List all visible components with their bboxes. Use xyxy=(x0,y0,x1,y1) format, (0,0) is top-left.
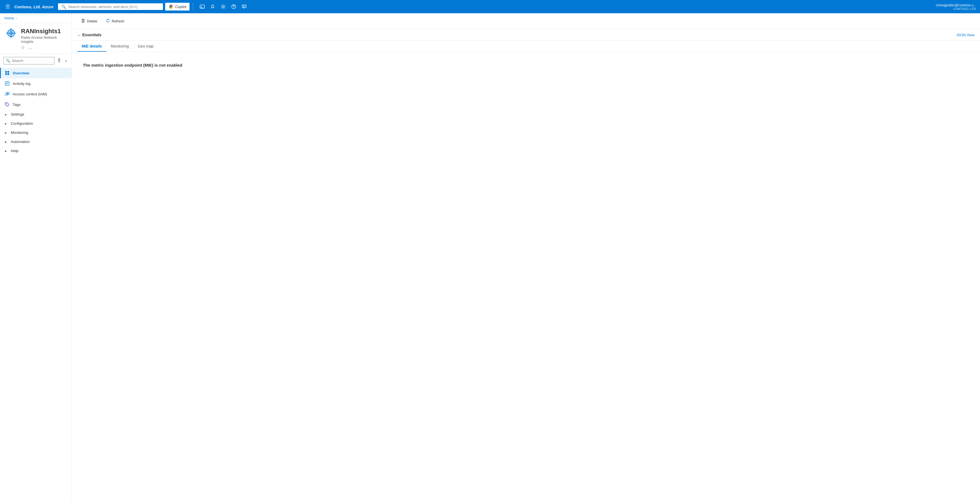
sidebar-item-tags[interactable]: Tags xyxy=(0,99,72,110)
sidebar-item-label-monitoring: Monitoring xyxy=(11,131,28,135)
top-navbar: ☰ Contoso, Ltd. Azure 🔍 Copilot xyxy=(0,0,980,13)
resource-title: RANInsights1 xyxy=(21,28,66,35)
notifications-button[interactable] xyxy=(208,3,217,11)
monitoring-chevron: ► xyxy=(5,131,8,134)
tab-monitoring-label: Monitoring xyxy=(111,44,129,48)
tags-icon xyxy=(5,102,10,107)
settings-chevron: ► xyxy=(5,113,8,116)
help-button[interactable] xyxy=(229,3,239,11)
hamburger-menu[interactable]: ☰ xyxy=(3,3,12,11)
svg-point-28 xyxy=(6,103,6,104)
tab-geo-map[interactable]: Geo map xyxy=(134,41,158,52)
json-view-link[interactable]: JSON View xyxy=(956,33,974,37)
tab-geo-map-label: Geo map xyxy=(138,44,154,48)
sidebar-item-settings[interactable]: ► Settings xyxy=(0,110,72,119)
brand-name: Contoso, Ltd. Azure xyxy=(14,5,54,9)
tab-mie-details-label: MIE details xyxy=(82,44,102,48)
sidebar-item-label-configuration: Configuration xyxy=(11,121,33,126)
bell-icon xyxy=(210,4,215,9)
delete-button[interactable]: Delete xyxy=(77,17,101,26)
essentials-section: ⌄ Essentials JSON View xyxy=(72,29,980,41)
copilot-label: Copilot xyxy=(175,5,186,9)
favorite-icon[interactable]: ☆ xyxy=(21,45,25,50)
breadcrumb: Home › xyxy=(0,13,72,23)
main-content: Delete Refresh ⌄ Essentials JSON View xyxy=(72,13,980,501)
nav-divider xyxy=(193,3,193,11)
tab-content-mie-details: The metric ingestion endpoint (MIE) is n… xyxy=(72,52,980,78)
svg-point-6 xyxy=(234,8,234,8)
copilot-icon xyxy=(169,4,173,9)
svg-point-4 xyxy=(222,6,224,8)
tab-mie-details[interactable]: MIE details xyxy=(77,41,107,52)
sidebar-item-help[interactable]: ► Help xyxy=(0,146,72,155)
settings-button[interactable] xyxy=(218,3,228,11)
sidebar-item-label-help: Help xyxy=(11,149,19,153)
sidebar-item-label-tags: Tags xyxy=(13,102,21,107)
svg-rect-1 xyxy=(200,5,204,8)
refresh-icon xyxy=(106,19,110,24)
feedback-icon xyxy=(242,4,247,9)
sidebar-item-automation[interactable]: ► Automation xyxy=(0,137,72,146)
activity-log-icon xyxy=(5,81,10,86)
svg-rect-19 xyxy=(8,71,9,73)
essentials-chevron-icon: ⌄ xyxy=(77,33,80,37)
main-container: Home › RANInsights1 Radio Access Network… xyxy=(0,13,980,501)
cloud-shell-button[interactable] xyxy=(197,3,207,11)
sidebar-pin-button[interactable] xyxy=(56,57,62,64)
delete-label: Delete xyxy=(87,19,97,23)
sidebar-item-access-control[interactable]: Access control (IAM) xyxy=(0,89,72,99)
user-name: chrisqpublic@contoso.c... xyxy=(936,3,977,7)
svg-rect-20 xyxy=(5,73,7,75)
sidebar-item-overview[interactable]: Overview xyxy=(0,68,72,78)
more-options-icon[interactable]: … xyxy=(28,45,33,50)
sidebar-item-monitoring[interactable]: ► Monitoring xyxy=(0,128,72,137)
sidebar-item-label-automation: Automation xyxy=(11,140,30,144)
copilot-button[interactable]: Copilot xyxy=(165,3,189,11)
sidebar-item-label-activity-log: Activity log xyxy=(13,81,31,86)
nav-icon-group xyxy=(197,3,249,11)
sidebar-item-label-access-control: Access control (IAM) xyxy=(13,92,47,96)
sidebar-item-label-overview: Overview xyxy=(13,71,29,75)
toolbar: Delete Refresh xyxy=(72,13,980,29)
sidebar-nav: Overview Activity log xyxy=(0,67,72,156)
svg-point-27 xyxy=(8,93,9,94)
essentials-toggle[interactable]: ⌄ Essentials xyxy=(77,33,101,37)
global-search-input[interactable] xyxy=(68,5,146,9)
tenant-name: CONTOSO, LTD. xyxy=(936,7,977,11)
resource-title-area: RANInsights1 Radio Access Network Insigh… xyxy=(21,28,66,50)
sidebar-item-activity-log[interactable]: Activity log xyxy=(0,78,72,89)
overview-icon xyxy=(5,70,10,76)
svg-rect-21 xyxy=(8,73,9,75)
refresh-label: Refresh xyxy=(112,19,124,23)
sidebar-search-input[interactable] xyxy=(12,59,52,63)
gear-icon xyxy=(221,4,226,9)
cloud-shell-icon xyxy=(200,4,205,9)
resource-icon xyxy=(6,28,17,39)
sidebar: Home › RANInsights1 Radio Access Network… xyxy=(0,13,72,501)
sidebar-item-configuration[interactable]: ► Configuration xyxy=(0,119,72,128)
tabs-bar: MIE details Monitoring Geo map xyxy=(72,41,980,52)
breadcrumb-separator: › xyxy=(16,17,17,20)
resource-header: RANInsights1 Radio Access Network Insigh… xyxy=(0,23,72,54)
automation-chevron: ► xyxy=(5,140,8,144)
feedback-button[interactable] xyxy=(239,3,249,11)
help-icon xyxy=(231,4,236,9)
essentials-label: Essentials xyxy=(82,33,101,37)
configuration-chevron: ► xyxy=(5,122,8,125)
sidebar-search-box[interactable]: 🔍 xyxy=(3,57,54,64)
sidebar-collapse-button[interactable]: « xyxy=(64,57,68,64)
help-chevron: ► xyxy=(5,149,8,153)
sidebar-item-label-settings: Settings xyxy=(11,112,24,116)
sidebar-search-icon: 🔍 xyxy=(6,59,10,63)
search-icon: 🔍 xyxy=(61,5,66,9)
tab-monitoring[interactable]: Monitoring xyxy=(107,41,133,52)
user-profile[interactable]: chrisqpublic@contoso.c... CONTOSO, LTD. xyxy=(936,3,977,11)
svg-point-14 xyxy=(11,33,12,34)
refresh-button[interactable]: Refresh xyxy=(102,17,128,26)
mie-not-enabled-message: The metric ingestion endpoint (MIE) is n… xyxy=(83,63,969,67)
sidebar-search-area: 🔍 « xyxy=(0,54,72,67)
resource-header-actions: ☆ … xyxy=(21,45,66,50)
delete-icon xyxy=(81,19,85,24)
breadcrumb-home[interactable]: Home xyxy=(5,16,14,20)
global-search-bar[interactable]: 🔍 xyxy=(58,3,163,10)
